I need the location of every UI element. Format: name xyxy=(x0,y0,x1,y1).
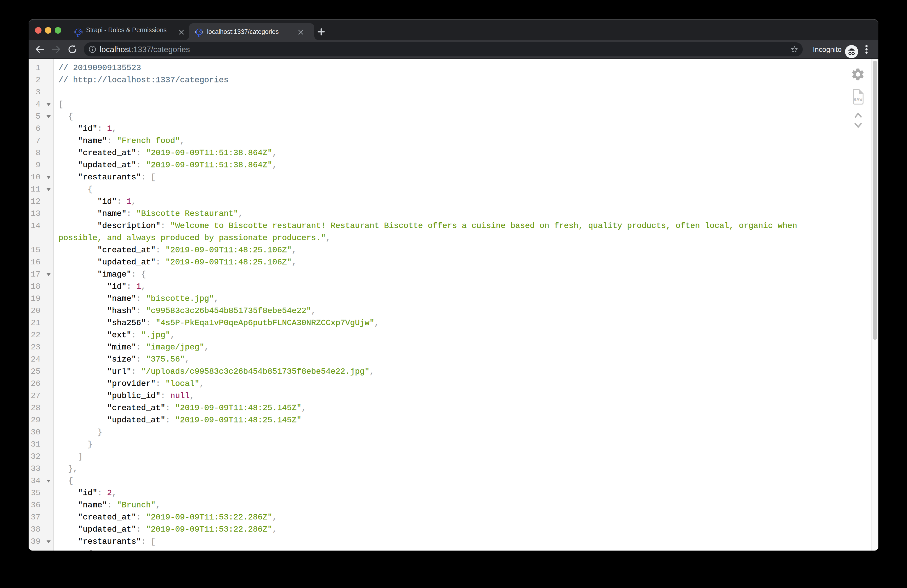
svg-text:RAW: RAW xyxy=(854,97,863,103)
